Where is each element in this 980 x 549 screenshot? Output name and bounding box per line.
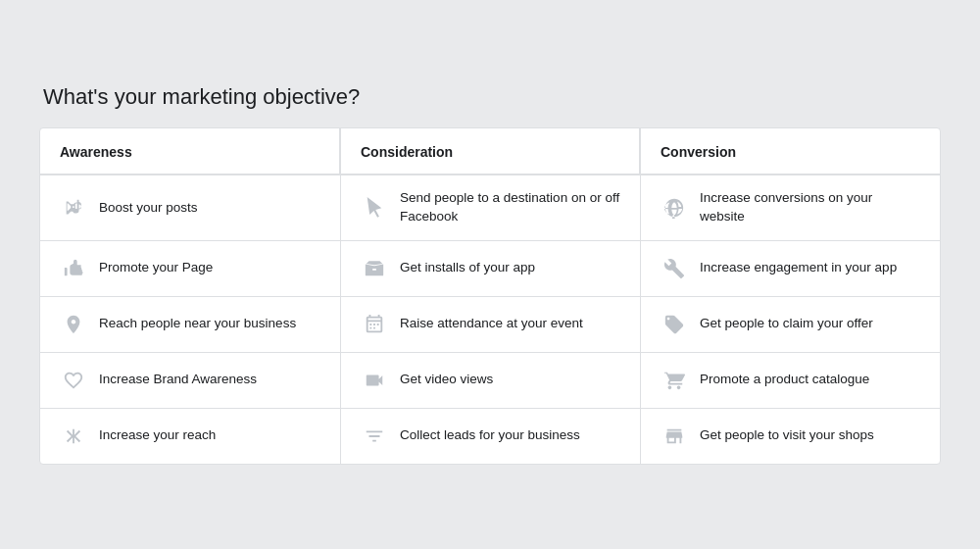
cell-text-raise-attendance: Raise attendance at your event [400, 315, 583, 333]
cell-text-brand-awareness: Increase Brand Awareness [99, 371, 257, 389]
asterisk-icon [60, 423, 87, 450]
thumbs-up-icon [60, 255, 87, 282]
cell-text-promote-page: Promote your Page [99, 259, 213, 277]
cart-icon [661, 367, 688, 394]
page-container: What's your marketing objective? Awarene… [39, 84, 941, 465]
header-awareness: Awareness [40, 128, 340, 175]
cell-video-views[interactable]: Get video views [340, 353, 640, 409]
cell-boost-posts[interactable]: Boost your posts [40, 175, 340, 241]
brand-awareness-icon [60, 367, 87, 394]
video-icon [361, 367, 388, 394]
cell-text-video-views: Get video views [400, 371, 493, 389]
cell-text-claim-offer: Get people to claim your offer [700, 315, 873, 333]
cell-text-product-catalogue: Promote a product catalogue [700, 371, 869, 389]
tag-icon [661, 311, 688, 338]
cursor-icon [361, 194, 388, 222]
cell-visit-shops[interactable]: Get people to visit your shops [640, 409, 940, 464]
shop-icon [661, 423, 688, 450]
cell-text-collect-leads: Collect leads for your business [400, 426, 580, 445]
cell-text-increase-engagement: Increase engagement in your app [700, 259, 897, 277]
cell-text-increase-reach: Increase your reach [99, 426, 216, 445]
funnel-icon [361, 423, 388, 450]
cell-text-reach-people: Reach people near your business [99, 315, 296, 333]
table-body: Boost your posts Send people to a destin… [40, 175, 940, 464]
cell-brand-awareness[interactable]: Increase Brand Awareness [40, 353, 340, 409]
cell-collect-leads[interactable]: Collect leads for your business [340, 409, 640, 464]
cell-raise-attendance[interactable]: Raise attendance at your event [340, 297, 640, 353]
cell-text-get-installs: Get installs of your app [400, 259, 535, 277]
cell-increase-reach[interactable]: Increase your reach [40, 409, 340, 464]
cell-promote-page[interactable]: Promote your Page [40, 241, 340, 297]
objectives-table: Awareness Consideration Conversion Boost… [39, 127, 941, 465]
cell-increase-engagement[interactable]: Increase engagement in your app [640, 241, 940, 297]
cell-get-installs[interactable]: Get installs of your app [340, 241, 640, 297]
header-conversion: Conversion [640, 128, 940, 175]
box-icon [361, 255, 388, 282]
cell-send-people[interactable]: Send people to a destination on or off F… [340, 175, 640, 241]
page-title: What's your marketing objective? [39, 84, 941, 110]
megaphone-icon [60, 194, 87, 222]
calendar-icon [361, 311, 388, 338]
table-header-row: Awareness Consideration Conversion [40, 128, 940, 175]
wrench-icon [661, 255, 688, 282]
location-pin-icon [60, 311, 87, 338]
cell-product-catalogue[interactable]: Promote a product catalogue [640, 353, 940, 409]
cell-text-increase-conversions: Increase conversions on your website [700, 189, 920, 226]
cell-increase-conversions[interactable]: Increase conversions on your website [640, 175, 940, 241]
cell-text-send-people: Send people to a destination on or off F… [400, 189, 620, 226]
cell-reach-people[interactable]: Reach people near your business [40, 297, 340, 353]
globe-icon [661, 194, 688, 222]
cell-text-boost-posts: Boost your posts [99, 199, 198, 218]
header-consideration: Consideration [340, 128, 640, 175]
cell-text-visit-shops: Get people to visit your shops [700, 426, 874, 445]
cell-claim-offer[interactable]: Get people to claim your offer [640, 297, 940, 353]
